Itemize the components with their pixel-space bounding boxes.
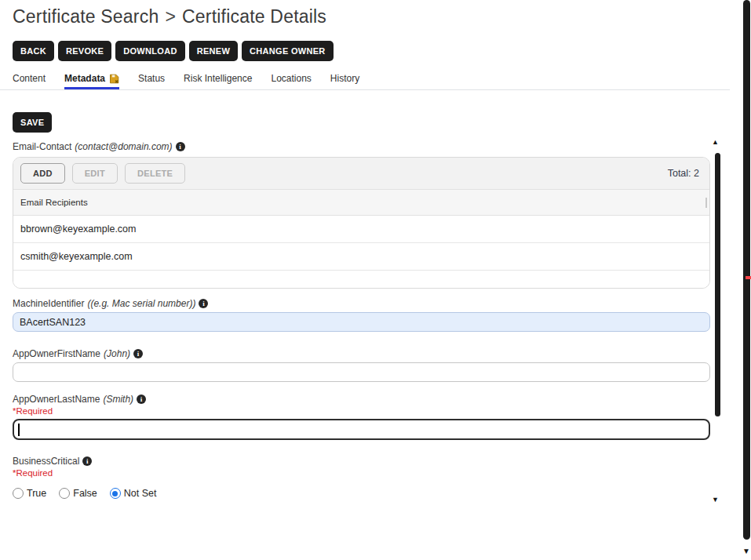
- email-contact-label: Email-Contact (contact@domain.com) i: [13, 141, 751, 152]
- tab-locations[interactable]: Locations: [271, 73, 311, 89]
- panel-scrollbar-thumb[interactable]: [715, 153, 720, 416]
- certificate-details-page: Certificate Search>Certificate Details B…: [0, 0, 751, 560]
- radio-circle: [13, 488, 24, 499]
- field-label: Email-Contact: [13, 141, 71, 152]
- grid-row-email-1[interactable]: bbrown@keyexample.com: [13, 216, 709, 243]
- page-scrollbar-thumb[interactable]: [743, 0, 750, 540]
- grid-row-empty: [13, 271, 709, 288]
- column-header-label: Email Recipients: [20, 198, 88, 207]
- field-label: MachineIdentifier: [13, 298, 84, 309]
- field-hint: (Smith): [103, 394, 133, 405]
- radio-circle: [59, 488, 70, 499]
- field-hint: ((e.g. Mac serial number)): [87, 298, 195, 309]
- renew-button[interactable]: RENEW: [189, 41, 238, 61]
- panel-scroll-up-icon[interactable]: ▲: [712, 139, 719, 146]
- grid-column-header: Email Recipients: [13, 189, 709, 216]
- info-icon[interactable]: i: [133, 349, 143, 358]
- info-icon[interactable]: i: [176, 142, 185, 151]
- page-scroll-down-icon[interactable]: ▼: [742, 547, 750, 555]
- scrollbar-red-marker: [746, 276, 751, 279]
- machine-identifier-label: MachineIdentifier ((e.g. Mac serial numb…: [13, 298, 751, 309]
- radio-not-set[interactable]: Not Set: [110, 488, 157, 499]
- app-owner-last-name-label: AppOwnerLastName (Smith) i: [13, 394, 751, 405]
- info-icon[interactable]: i: [199, 299, 208, 308]
- business-critical-label: BusinessCritical i: [13, 456, 751, 467]
- field-hint: (John): [104, 348, 130, 359]
- column-resizer-handle[interactable]: [705, 198, 707, 208]
- breadcrumb: Certificate Search>Certificate Details: [0, 0, 751, 27]
- tab-content[interactable]: Content: [13, 73, 46, 89]
- radio-label: True: [27, 488, 46, 499]
- radio-circle-selected: [110, 488, 121, 499]
- info-icon[interactable]: i: [137, 395, 146, 404]
- field-label: AppOwnerFirstName: [13, 348, 100, 359]
- action-toolbar: BACK REVOKE DOWNLOAD RENEW CHANGE OWNER: [0, 41, 751, 61]
- back-button[interactable]: BACK: [13, 41, 54, 61]
- revoke-button[interactable]: REVOKE: [58, 41, 111, 61]
- app-owner-first-name-label: AppOwnerFirstName (John) i: [13, 348, 751, 359]
- edit-button: EDIT: [72, 163, 118, 184]
- change-owner-button[interactable]: CHANGE OWNER: [242, 41, 334, 61]
- download-button[interactable]: DOWNLOAD: [115, 41, 184, 61]
- tab-history[interactable]: History: [330, 73, 359, 89]
- field-label: BusinessCritical: [13, 456, 79, 467]
- metadata-form-panel: SAVE Email-Contact (contact@domain.com) …: [0, 90, 751, 514]
- tab-metadata-label: Metadata: [64, 73, 105, 84]
- tab-risk-intelligence[interactable]: Risk Intelligence: [184, 73, 252, 89]
- grid-toolbar: ADD EDIT DELETE Total: 2: [13, 158, 709, 189]
- grid-total-count: Total: 2: [668, 168, 702, 179]
- required-indicator: *Required: [13, 406, 751, 416]
- field-hint: (contact@domain.com): [75, 141, 172, 152]
- email-recipients-grid: ADD EDIT DELETE Total: 2 Email Recipient…: [13, 157, 710, 289]
- breadcrumb-parent[interactable]: Certificate Search: [13, 6, 159, 27]
- required-indicator: *Required: [13, 468, 751, 478]
- add-button[interactable]: ADD: [20, 163, 65, 184]
- machine-identifier-input[interactable]: [13, 312, 710, 332]
- radio-label: False: [73, 488, 97, 499]
- breadcrumb-current: Certificate Details: [182, 6, 326, 27]
- save-button[interactable]: SAVE: [13, 112, 52, 133]
- radio-true[interactable]: True: [13, 488, 46, 499]
- tab-metadata[interactable]: Metadata: [64, 73, 119, 89]
- info-icon[interactable]: i: [82, 456, 92, 466]
- tab-bar: Content Metadata Status Risk Intelligenc…: [0, 73, 730, 90]
- text-caret: [18, 424, 20, 436]
- app-owner-first-name-input[interactable]: [13, 362, 710, 382]
- panel-scroll-down-icon[interactable]: ▼: [712, 496, 719, 504]
- tab-status[interactable]: Status: [138, 73, 165, 89]
- breadcrumb-separator: >: [165, 6, 176, 27]
- app-owner-last-name-input[interactable]: [13, 419, 710, 440]
- business-critical-radio-group: True False Not Set: [13, 488, 751, 499]
- radio-label: Not Set: [124, 488, 157, 499]
- field-label: AppOwnerLastName: [13, 394, 100, 405]
- metadata-unsaved-icon: [109, 74, 119, 84]
- delete-button: DELETE: [125, 163, 185, 184]
- grid-row-email-2[interactable]: csmith@keyexample.com: [13, 243, 709, 271]
- radio-false[interactable]: False: [59, 488, 97, 499]
